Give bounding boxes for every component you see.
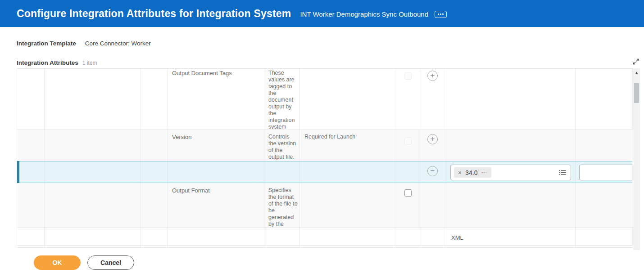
action-bar: OK Cancel: [34, 255, 134, 270]
remove-value-icon[interactable]: ×: [458, 170, 462, 176]
table-row-selected: − × 34.0 ⋯: [17, 161, 632, 183]
grid-title: Integration Attributes: [17, 59, 78, 66]
integration-template-value: Core Connector: Worker: [85, 40, 151, 47]
attribute-name: Version: [168, 130, 264, 161]
pill-related-actions-icon[interactable]: ⋯: [481, 170, 487, 175]
integration-template-row: Integration TemplateCore Connector: Work…: [17, 40, 151, 47]
checkbox[interactable]: [404, 189, 412, 197]
attribute-comment: [300, 183, 396, 227]
expand-grid-icon[interactable]: [632, 58, 640, 66]
page-title: Configure Integration Attributes for Int…: [17, 8, 291, 20]
ok-button[interactable]: OK: [34, 255, 81, 270]
attribute-name: Output Format: [168, 183, 264, 227]
table-row: Output Format Specifies the format of th…: [17, 183, 632, 228]
scrollbar-thumb[interactable]: [634, 83, 639, 103]
page: Configure Integration Attributes for Int…: [0, 0, 644, 273]
page-header: Configure Integration Attributes for Int…: [0, 0, 644, 27]
grid-header: Integration Attributes1 item: [17, 59, 97, 66]
table-row: Version Controls the version of the outp…: [17, 130, 632, 161]
value-prompt-input[interactable]: × 34.0 ⋯: [450, 165, 571, 180]
add-row-icon[interactable]: +: [427, 134, 438, 144]
integration-template-label: Integration Template: [17, 40, 76, 47]
attribute-value: XML: [446, 228, 576, 245]
attribute-description: Controls the version of the output file.: [264, 130, 300, 161]
grid-item-count: 1 item: [82, 60, 97, 66]
secondary-value-input[interactable]: [579, 165, 632, 180]
table-row: XML: [17, 228, 632, 246]
selected-value: 34.0: [465, 169, 477, 176]
attribute-comment: [300, 69, 396, 129]
checkbox[interactable]: [404, 72, 412, 80]
attribute-name: Output Document Tags: [168, 69, 264, 129]
related-actions-icon[interactable]: [435, 11, 447, 18]
cancel-button[interactable]: Cancel: [87, 255, 134, 270]
table-row: Output Document Tags These values are ta…: [17, 69, 632, 130]
checkbox[interactable]: [404, 138, 412, 145]
attribute-description: These values are tagged to the document …: [264, 69, 300, 129]
add-row-icon[interactable]: +: [427, 71, 438, 81]
remove-row-icon[interactable]: −: [427, 166, 438, 176]
page-subtitle: INT Worker Demographics Sync Outbound: [300, 10, 428, 18]
table-row: [17, 246, 632, 248]
prompt-list-icon[interactable]: [558, 169, 567, 176]
integration-attributes-grid: Output Document Tags These values are ta…: [17, 68, 633, 248]
attribute-description: Specifies the format of the file to be g…: [264, 183, 300, 227]
vertical-scrollbar[interactable]: ▲: [633, 68, 640, 250]
selected-value-pill: × 34.0 ⋯: [454, 167, 491, 178]
attribute-comment: Required for Launch: [300, 130, 396, 161]
scroll-up-icon[interactable]: ▲: [633, 68, 640, 75]
